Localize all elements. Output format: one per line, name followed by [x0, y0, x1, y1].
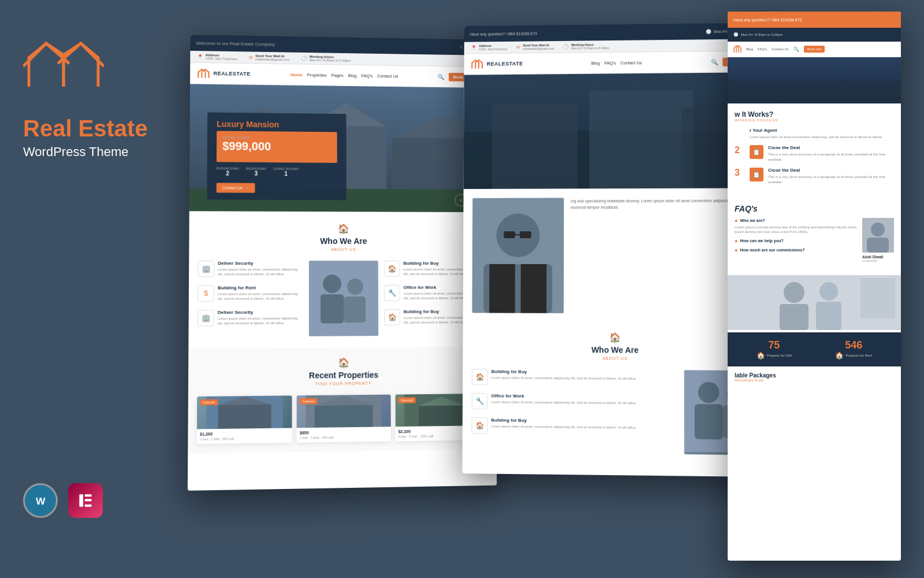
about-person-image [472, 198, 564, 313]
about-service-item: 🏠 Buliding for Buy Lorem ipsum dolor sit… [472, 417, 677, 435]
svg-rect-27 [419, 405, 465, 426]
nav-faqs[interactable]: FAQ's [361, 73, 372, 78]
faq-item-2: ● How can we help you? [735, 238, 858, 244]
wrench-icon: 🔧 [388, 289, 396, 297]
wordpress-icon[interactable]: W [23, 483, 58, 518]
service-desc: Lorem ipsum dolor sit amet, consectetur … [218, 291, 303, 301]
property-card[interactable]: Featured $1,200 2 bed · 1 bath · 800 sqf… [197, 395, 292, 444]
step-content-2: Close the Deal This is a very short summ… [768, 145, 894, 162]
right-nav-faqs[interactable]: FAQ's [758, 47, 767, 51]
recent-props-title: Recent Properties [197, 369, 487, 381]
svg-rect-58 [860, 278, 895, 318]
faq-person-img [862, 218, 894, 253]
hero-price-box: INITIAL PRICE $999,000 [217, 131, 337, 162]
right-hero-svg [728, 57, 901, 103]
right-top-bar: Have any question? +884 814038.873 [728, 12, 901, 28]
hiw-step-1: r Your Agent Lorem ipsum dolor sit amet … [735, 128, 894, 139]
faq-item-1: ● Who we are? Lorem ipsum is simply dumm… [735, 218, 858, 235]
right-search-icon[interactable]: 🔍 [793, 47, 799, 52]
about-mail-icon: ✉ [516, 45, 520, 50]
hours-info: 🕐 Working Hours Mon-Fri: 8:30am to 5:00p… [301, 55, 351, 62]
hero-price: $999,000 [222, 139, 331, 153]
about-who-we-are: 🏠 Who We Are ABOUT US 🏠 Buliding for Buy… [463, 322, 770, 465]
site-logo: REALESTATE [197, 68, 250, 80]
about-hours-val: Mon-Fri: 8:30am to 5:00pm [571, 46, 609, 50]
property-card[interactable]: Featured $850 1 bed · 1 bath · 600 sqft [297, 395, 391, 443]
location-icon: 📍 [197, 54, 203, 59]
about-nav-blog[interactable]: Blog [591, 60, 600, 65]
brand-section: Real Estate WordPress Theme W [23, 35, 173, 518]
elementor-icon[interactable] [68, 483, 103, 518]
contact-button[interactable]: Contact Us → [217, 183, 255, 192]
about-search-icon[interactable]: 🔍 [711, 58, 718, 65]
recent-props-header: 🏠 Recent Properties FIND YOUR PROPERTY [197, 356, 487, 387]
faq-q-2: ● How can we help you? [735, 238, 858, 244]
building-icon: 🏢 [202, 265, 210, 273]
home2-icon: 🏠 [388, 313, 397, 321]
about-svc-text: Buliding for Buy Lorem ipsum dolor sit a… [491, 369, 637, 381]
brand-logo-icon [23, 35, 173, 106]
nav-properties[interactable]: Properties [307, 72, 327, 77]
about-nav-faqs[interactable]: FAQ's [604, 60, 616, 65]
mail-info: ✉ Send Your Mail At realestate@gmail.com [249, 54, 290, 61]
about-svc-text2: Office for Work Lorem ipsum dolor sit am… [491, 393, 636, 405]
nav-pages[interactable]: Pages [331, 72, 344, 77]
about-mail-val: realestate@gmail.com [523, 47, 554, 50]
screen-main: Welcome to our Real Estate Company f t g… [188, 35, 497, 491]
calendar2-icon: 📋 [752, 171, 761, 179]
featured-badge: Featured [300, 398, 317, 404]
service-title: Deliver Security [218, 261, 303, 266]
logo-svg [197, 68, 210, 79]
about-svc-icon2: 🔧 [472, 393, 488, 409]
nav-blog[interactable]: Blog [348, 73, 357, 78]
stat-rent-label-row: 🏠 Property for Rent [835, 351, 872, 360]
svg-rect-19 [344, 297, 366, 323]
arrow-right-icon: → [245, 186, 249, 190]
about-nav-contact[interactable]: Contact Us [620, 60, 642, 65]
about-logo-svg [471, 58, 483, 70]
about-svc-title: Buliding for Buy [491, 369, 637, 375]
right-book-visit-btn[interactable]: Book Visit [804, 46, 825, 53]
hero-section: Luxury Mansion INITIAL PRICE $999,000 BA… [189, 84, 494, 212]
svg-rect-3 [85, 494, 92, 497]
address-info: 📍 Address 1234, San Francisco [197, 53, 237, 61]
faq-person-svg [862, 218, 894, 253]
wrench2-icon: 🔧 [475, 397, 484, 405]
step-desc-2: This is a very short summary of a paragr… [768, 152, 894, 162]
about-loc-icon: 📍 [471, 45, 476, 50]
faq-q-3: ● How much are our commissions? [735, 247, 858, 253]
about-clock-icon: 🕐 [706, 29, 711, 34]
right-nav-blog[interactable]: Blog [746, 47, 753, 51]
about-logo-text: REALESTATE [487, 61, 523, 66]
bathrooms-value: 2 [217, 170, 239, 176]
top-bar-welcome: Welcome to our Real Estate Company [196, 40, 275, 47]
nav-contact[interactable]: Contact Us [377, 73, 398, 79]
home6-icon: 🏠 [475, 421, 484, 429]
service-title: Buliding for Rent [218, 285, 303, 290]
featured-badge: Featured [200, 399, 218, 406]
property-price: $1,200 [200, 431, 289, 436]
step-icon-2: 📋 [750, 145, 763, 159]
stat-sell-num: 75 [757, 339, 792, 351]
about-site-header: REALESTATE Blog FAQ's Contact Us 🔍 Book … [464, 51, 769, 75]
right-question-text: Have any question? +884 814038.873 [733, 18, 802, 22]
service-text: Buliding for Rent Lorem ipsum dolor sit … [218, 285, 303, 301]
search-icon[interactable]: 🔍 [437, 73, 444, 80]
faq-q-1: ● Who we are? [735, 218, 858, 224]
right-nav-contact[interactable]: Contact Us [772, 47, 789, 51]
couple-image-section [728, 275, 901, 332]
service-item: 🏢 Deliver Security Lorem ipsum dolor sit… [198, 261, 303, 277]
faq-person-role: Customer [862, 259, 894, 262]
avail-packages-subtitle: PACKAGES PLAN [735, 379, 894, 382]
property-cards: Featured $1,200 2 bed · 1 bath · 800 sqf… [197, 394, 488, 444]
about-services-row: 🏠 Buliding for Buy Lorem ipsum dolor sit… [471, 369, 760, 455]
nav-home[interactable]: Home [290, 72, 303, 77]
stats-bar: 75 🏠 Property for Sell 546 🏠 Property fo… [728, 332, 901, 366]
property-card-image: Featured [297, 395, 390, 428]
about-service-item: 🏠 Buliding for Buy Lorem ipsum dolor sit… [472, 369, 677, 386]
svg-point-43 [698, 382, 720, 403]
about-addr-val: 1234, San Francisco [479, 47, 508, 51]
faq-person-name: Aloki Diwali [862, 255, 894, 259]
site-nav: Home Properties Pages Blog FAQ's Contact… [290, 72, 398, 78]
svg-rect-32 [589, 90, 693, 188]
